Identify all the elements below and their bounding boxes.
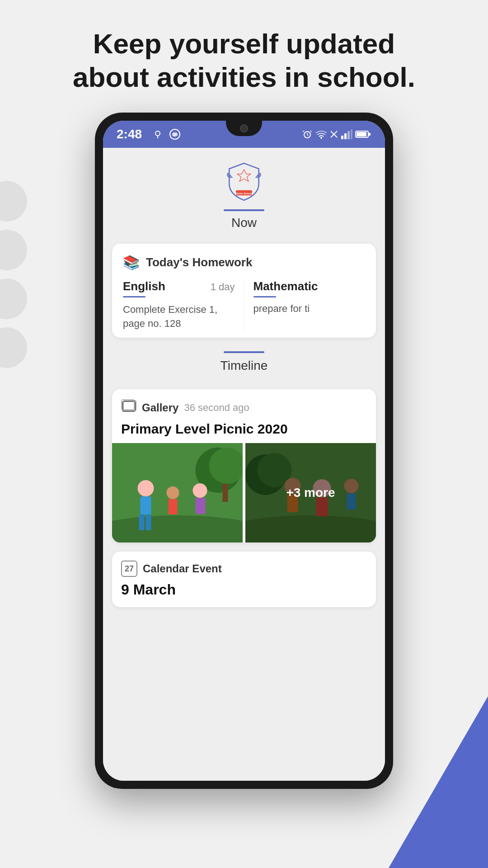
calendar-card[interactable]: 27 Calendar Event 9 March xyxy=(112,552,376,607)
calendar-type-label: Calendar Event xyxy=(143,562,222,575)
svg-rect-11 xyxy=(369,133,371,136)
gallery-more-count: +3 more xyxy=(286,486,335,500)
homework-columns: English 1 day Complete Exercise 1, page … xyxy=(123,279,365,331)
gallery-more-overlay: +3 more xyxy=(245,443,376,542)
calendar-event-date: 9 March xyxy=(121,581,367,598)
svg-rect-9 xyxy=(351,129,352,139)
calendar-icon: 27 xyxy=(121,561,137,577)
maps-icon xyxy=(152,128,164,140)
school-section: Noble School Now xyxy=(103,148,385,244)
svg-point-20 xyxy=(112,515,243,542)
school-logo: Noble School xyxy=(224,161,264,202)
whatsapp-icon xyxy=(169,128,181,140)
wifi-icon xyxy=(315,130,327,139)
gallery-card[interactable]: Gallery 36 second ago Primary Level Picn… xyxy=(112,389,376,542)
svg-rect-25 xyxy=(141,496,151,514)
calendar-meta: 27 Calendar Event xyxy=(121,561,367,577)
front-camera xyxy=(240,124,248,132)
phone-wrapper: 2:48 xyxy=(0,113,488,789)
svg-rect-31 xyxy=(196,498,206,514)
gallery-meta: Gallery 36 second ago xyxy=(121,398,367,417)
svg-rect-29 xyxy=(169,499,178,514)
status-icons-left xyxy=(152,128,181,140)
status-right-icons xyxy=(302,129,371,140)
notch xyxy=(226,121,262,136)
battery-icon xyxy=(355,130,371,139)
gallery-img-1[interactable] xyxy=(112,443,243,542)
tab-now-label[interactable]: Now xyxy=(231,216,257,230)
status-bar-left: 2:48 xyxy=(117,127,181,142)
phone-frame: 2:48 xyxy=(95,113,393,789)
gallery-type-label: Gallery xyxy=(142,401,178,414)
svg-text:Noble School: Noble School xyxy=(236,192,253,195)
signal-icon xyxy=(341,129,352,139)
svg-point-28 xyxy=(167,486,179,499)
gallery-icon xyxy=(121,398,136,417)
status-bar: 2:48 xyxy=(103,121,385,148)
svg-point-0 xyxy=(155,131,160,136)
svg-rect-12 xyxy=(357,132,366,137)
homework-card: 📚 Today's Homework English 1 day Complet… xyxy=(112,244,376,338)
phone-screen: 2:48 xyxy=(103,121,385,781)
svg-rect-8 xyxy=(347,131,350,139)
tab-indicator-now xyxy=(224,209,264,211)
hw-desc-math: prepare for ti xyxy=(253,303,366,315)
svg-point-30 xyxy=(193,483,207,498)
svg-rect-23 xyxy=(223,484,228,502)
page-headline: Keep yourself updated about activities i… xyxy=(36,27,452,94)
gallery-event-title: Primary Level Picnic 2020 xyxy=(121,421,367,437)
timeline-section: Timeline xyxy=(103,347,385,389)
timeline-indicator xyxy=(224,351,264,353)
hw-days-english: 1 day xyxy=(211,281,235,293)
card-header: 📚 Today's Homework xyxy=(123,255,365,270)
gallery-time-label: 36 second ago xyxy=(184,402,249,414)
gallery-img-2[interactable]: +3 more xyxy=(245,443,376,542)
svg-point-3 xyxy=(320,137,322,139)
homework-title: Today's Homework xyxy=(146,255,252,269)
hw-desc-english: Complete Exercise 1, page no. 128 xyxy=(123,303,235,331)
svg-rect-27 xyxy=(146,514,151,530)
hw-subject-english: English xyxy=(123,279,165,293)
svg-rect-7 xyxy=(344,133,347,139)
status-time: 2:48 xyxy=(117,127,142,142)
gallery-images: +3 more xyxy=(112,443,376,542)
signal-x-icon xyxy=(330,130,338,138)
svg-rect-26 xyxy=(139,514,145,530)
timeline-label[interactable]: Timeline xyxy=(221,359,268,373)
hw-underline-math xyxy=(253,296,276,297)
page-header: Keep yourself updated about activities i… xyxy=(0,0,488,113)
svg-point-24 xyxy=(138,480,154,496)
homework-col-english: English 1 day Complete Exercise 1, page … xyxy=(123,279,244,331)
hw-underline-english xyxy=(123,296,145,297)
svg-rect-6 xyxy=(341,136,343,139)
alarm-icon xyxy=(302,129,313,140)
svg-marker-13 xyxy=(237,170,250,181)
app-content: Noble School Now 📚 Today's Homework xyxy=(103,148,385,781)
homework-icon: 📚 xyxy=(123,255,140,270)
homework-col-math: Mathematic prepare for ti xyxy=(244,279,366,331)
hw-subject-math: Mathematic xyxy=(253,279,366,293)
